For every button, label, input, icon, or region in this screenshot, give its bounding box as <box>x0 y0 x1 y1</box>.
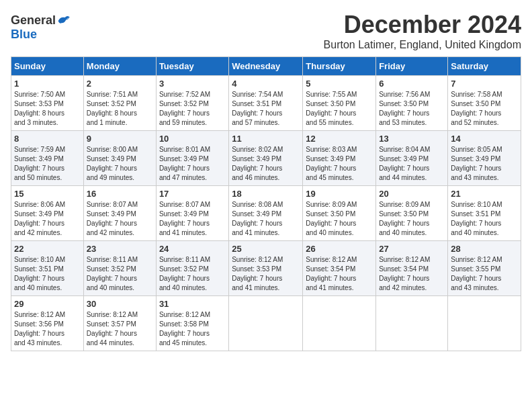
calendar-cell <box>376 296 448 351</box>
day-info: Sunrise: 8:09 AM Sunset: 3:50 PM Dayligh… <box>306 200 373 238</box>
header-tuesday: Tuesday <box>156 57 228 76</box>
day-number: 27 <box>379 244 445 254</box>
day-info: Sunrise: 7:59 AM Sunset: 3:49 PM Dayligh… <box>14 145 81 183</box>
day-number: 18 <box>232 189 300 199</box>
calendar-cell <box>229 296 303 351</box>
header-monday: Monday <box>83 57 156 76</box>
calendar-cell: 5Sunrise: 7:55 AM Sunset: 3:50 PM Daylig… <box>303 76 376 131</box>
day-info: Sunrise: 7:55 AM Sunset: 3:50 PM Dayligh… <box>306 90 373 128</box>
calendar-cell <box>303 296 376 351</box>
calendar-cell: 31Sunrise: 8:12 AM Sunset: 3:58 PM Dayli… <box>156 296 228 351</box>
calendar-week-row: 8Sunrise: 7:59 AM Sunset: 3:49 PM Daylig… <box>11 131 521 186</box>
day-number: 12 <box>306 134 373 144</box>
calendar-cell: 8Sunrise: 7:59 AM Sunset: 3:49 PM Daylig… <box>11 131 84 186</box>
day-number: 25 <box>232 244 300 254</box>
day-info: Sunrise: 8:10 AM Sunset: 3:51 PM Dayligh… <box>451 200 518 238</box>
calendar-week-row: 22Sunrise: 8:10 AM Sunset: 3:51 PM Dayli… <box>11 241 521 296</box>
calendar-cell: 7Sunrise: 7:58 AM Sunset: 3:50 PM Daylig… <box>448 76 521 131</box>
header-thursday: Thursday <box>303 57 376 76</box>
header-friday: Friday <box>376 57 448 76</box>
day-number: 23 <box>87 244 153 254</box>
day-info: Sunrise: 8:07 AM Sunset: 3:49 PM Dayligh… <box>87 200 153 238</box>
calendar-cell: 15Sunrise: 8:06 AM Sunset: 3:49 PM Dayli… <box>11 186 84 241</box>
day-number: 31 <box>159 299 226 309</box>
day-number: 13 <box>379 134 445 144</box>
calendar-week-row: 1Sunrise: 7:50 AM Sunset: 3:53 PM Daylig… <box>11 76 521 131</box>
calendar-cell: 1Sunrise: 7:50 AM Sunset: 3:53 PM Daylig… <box>11 76 84 131</box>
calendar-cell: 13Sunrise: 8:04 AM Sunset: 3:49 PM Dayli… <box>376 131 448 186</box>
day-number: 6 <box>379 79 445 89</box>
calendar-cell: 28Sunrise: 8:12 AM Sunset: 3:55 PM Dayli… <box>448 241 521 296</box>
calendar-cell: 17Sunrise: 8:07 AM Sunset: 3:49 PM Dayli… <box>156 186 228 241</box>
calendar-cell: 29Sunrise: 8:12 AM Sunset: 3:56 PM Dayli… <box>11 296 84 351</box>
day-info: Sunrise: 8:12 AM Sunset: 3:53 PM Dayligh… <box>232 255 300 293</box>
day-info: Sunrise: 7:51 AM Sunset: 3:52 PM Dayligh… <box>87 90 153 128</box>
calendar-table: SundayMondayTuesdayWednesdayThursdayFrid… <box>11 56 521 351</box>
day-info: Sunrise: 7:56 AM Sunset: 3:50 PM Dayligh… <box>379 90 445 128</box>
logo-bird-icon <box>57 15 71 27</box>
calendar-cell: 11Sunrise: 8:02 AM Sunset: 3:49 PM Dayli… <box>229 131 303 186</box>
day-info: Sunrise: 8:12 AM Sunset: 3:56 PM Dayligh… <box>14 310 81 348</box>
calendar-cell: 27Sunrise: 8:12 AM Sunset: 3:54 PM Dayli… <box>376 241 448 296</box>
calendar-cell: 12Sunrise: 8:03 AM Sunset: 3:49 PM Dayli… <box>303 131 376 186</box>
calendar-cell: 21Sunrise: 8:10 AM Sunset: 3:51 PM Dayli… <box>448 186 521 241</box>
calendar-cell: 30Sunrise: 8:12 AM Sunset: 3:57 PM Dayli… <box>83 296 156 351</box>
header-sunday: Sunday <box>11 57 84 76</box>
day-number: 9 <box>87 134 153 144</box>
calendar-cell: 6Sunrise: 7:56 AM Sunset: 3:50 PM Daylig… <box>376 76 448 131</box>
day-number: 24 <box>159 244 226 254</box>
day-info: Sunrise: 8:11 AM Sunset: 3:52 PM Dayligh… <box>159 255 226 293</box>
day-info: Sunrise: 8:04 AM Sunset: 3:49 PM Dayligh… <box>379 145 445 183</box>
page-header: General Blue December 2024 Burton Latime… <box>11 11 521 51</box>
day-info: Sunrise: 8:12 AM Sunset: 3:55 PM Dayligh… <box>451 255 518 293</box>
day-info: Sunrise: 8:01 AM Sunset: 3:49 PM Dayligh… <box>159 145 226 183</box>
day-number: 4 <box>232 79 300 89</box>
day-info: Sunrise: 8:12 AM Sunset: 3:58 PM Dayligh… <box>159 310 226 348</box>
calendar-cell: 10Sunrise: 8:01 AM Sunset: 3:49 PM Dayli… <box>156 131 228 186</box>
day-number: 19 <box>306 189 373 199</box>
calendar-cell: 19Sunrise: 8:09 AM Sunset: 3:50 PM Dayli… <box>303 186 376 241</box>
calendar-cell: 24Sunrise: 8:11 AM Sunset: 3:52 PM Dayli… <box>156 241 228 296</box>
day-info: Sunrise: 8:00 AM Sunset: 3:49 PM Dayligh… <box>87 145 153 183</box>
day-info: Sunrise: 7:58 AM Sunset: 3:50 PM Dayligh… <box>451 90 518 128</box>
calendar-week-row: 29Sunrise: 8:12 AM Sunset: 3:56 PM Dayli… <box>11 296 521 351</box>
day-number: 26 <box>306 244 373 254</box>
day-info: Sunrise: 8:12 AM Sunset: 3:57 PM Dayligh… <box>87 310 153 348</box>
logo-general-text: General <box>11 13 56 28</box>
day-number: 2 <box>87 79 153 89</box>
day-number: 7 <box>451 79 518 89</box>
calendar-cell: 9Sunrise: 8:00 AM Sunset: 3:49 PM Daylig… <box>83 131 156 186</box>
day-number: 21 <box>451 189 518 199</box>
calendar-cell: 16Sunrise: 8:07 AM Sunset: 3:49 PM Dayli… <box>83 186 156 241</box>
calendar-cell: 26Sunrise: 8:12 AM Sunset: 3:54 PM Dayli… <box>303 241 376 296</box>
calendar-cell: 23Sunrise: 8:11 AM Sunset: 3:52 PM Dayli… <box>83 241 156 296</box>
calendar-cell: 3Sunrise: 7:52 AM Sunset: 3:52 PM Daylig… <box>156 76 228 131</box>
calendar-cell: 25Sunrise: 8:12 AM Sunset: 3:53 PM Dayli… <box>229 241 303 296</box>
day-number: 10 <box>159 134 226 144</box>
day-number: 22 <box>14 244 81 254</box>
calendar-cell: 20Sunrise: 8:09 AM Sunset: 3:50 PM Dayli… <box>376 186 448 241</box>
day-number: 14 <box>451 134 518 144</box>
calendar-title: December 2024 <box>324 11 521 39</box>
day-info: Sunrise: 7:52 AM Sunset: 3:52 PM Dayligh… <box>159 90 226 128</box>
day-number: 28 <box>451 244 518 254</box>
day-number: 5 <box>306 79 373 89</box>
calendar-cell: 2Sunrise: 7:51 AM Sunset: 3:52 PM Daylig… <box>83 76 156 131</box>
day-number: 11 <box>232 134 300 144</box>
calendar-cell <box>448 296 521 351</box>
day-info: Sunrise: 8:10 AM Sunset: 3:51 PM Dayligh… <box>14 255 81 293</box>
day-info: Sunrise: 8:12 AM Sunset: 3:54 PM Dayligh… <box>306 255 373 293</box>
title-section: December 2024 Burton Latimer, England, U… <box>324 11 521 51</box>
day-number: 20 <box>379 189 445 199</box>
day-info: Sunrise: 8:09 AM Sunset: 3:50 PM Dayligh… <box>379 200 445 238</box>
day-info: Sunrise: 8:08 AM Sunset: 3:49 PM Dayligh… <box>232 200 300 238</box>
day-number: 15 <box>14 189 81 199</box>
day-info: Sunrise: 7:50 AM Sunset: 3:53 PM Dayligh… <box>14 90 81 128</box>
day-info: Sunrise: 8:07 AM Sunset: 3:49 PM Dayligh… <box>159 200 226 238</box>
day-number: 17 <box>159 189 226 199</box>
calendar-header-row: SundayMondayTuesdayWednesdayThursdayFrid… <box>11 57 521 76</box>
calendar-subtitle: Burton Latimer, England, United Kingdom <box>324 39 521 51</box>
logo-blue-text: Blue <box>11 28 37 42</box>
day-number: 3 <box>159 79 226 89</box>
header-wednesday: Wednesday <box>229 57 303 76</box>
